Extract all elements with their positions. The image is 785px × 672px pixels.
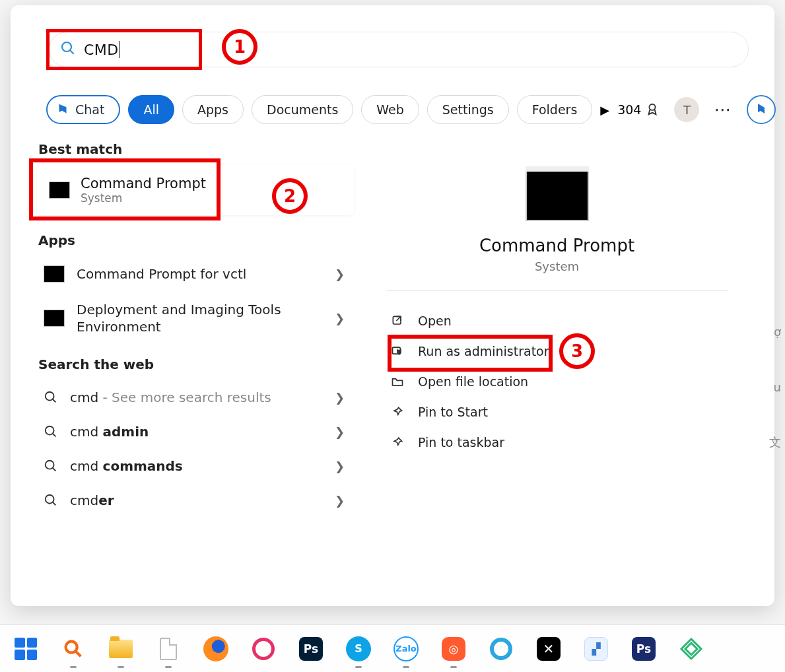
taskbar-firefox[interactable]: [202, 635, 230, 663]
svg-point-7: [46, 461, 54, 469]
filter-apps-chip[interactable]: Apps: [182, 95, 244, 124]
taskbar: Ps S Zalo ◎ ✕ ▞ Ps: [0, 624, 785, 672]
more-filters-arrow-icon[interactable]: ▶: [600, 103, 609, 117]
filter-documents-chip[interactable]: Documents: [252, 95, 353, 124]
taskbar-app-blue[interactable]: [487, 635, 515, 663]
action-open-label: Open: [418, 314, 452, 328]
web-heading: Search the web: [37, 356, 354, 372]
app-result-1[interactable]: Deployment and Imaging Tools Environment…: [37, 292, 354, 345]
best-match-result[interactable]: Command Prompt System 2: [37, 165, 354, 215]
action-open-file-location-label: Open file location: [418, 374, 528, 389]
zalo-icon: Zalo: [393, 636, 419, 661]
filter-settings-label: Settings: [442, 102, 494, 117]
search-icon: [60, 40, 76, 59]
pin-icon: [390, 405, 405, 419]
search-row: CMD 1: [37, 32, 748, 71]
details-panel: Command Prompt System Open Run as admini…: [366, 141, 748, 586]
taskbar-image-viewer[interactable]: ▞: [582, 635, 610, 663]
taskbar-file-explorer[interactable]: [107, 635, 135, 663]
action-pin-to-start-label: Pin to Start: [418, 405, 488, 419]
details-actions: Open Run as administrator Open file loca…: [386, 306, 728, 457]
start-button[interactable]: [12, 635, 40, 663]
taskbar-green-app[interactable]: [677, 635, 705, 663]
filter-web-chip[interactable]: Web: [361, 95, 419, 124]
background-text: 文: [769, 434, 781, 450]
avatar-letter: T: [683, 103, 691, 117]
chevron-right-icon: ❯: [335, 312, 345, 325]
skype-icon: S: [346, 636, 371, 661]
bing-icon: [753, 102, 769, 118]
action-pin-to-taskbar[interactable]: Pin to taskbar: [386, 427, 728, 457]
opera-icon: [252, 638, 275, 660]
more-options-icon[interactable]: ⋯: [714, 100, 732, 119]
annotation-step-3: 3: [559, 333, 595, 369]
svg-line-4: [53, 399, 56, 403]
web-result-3[interactable]: cmder ❯: [37, 483, 354, 518]
search-icon: [44, 493, 58, 508]
folder-icon: [109, 640, 133, 658]
taskbar-search-button[interactable]: [59, 635, 87, 663]
search-input[interactable]: CMD: [49, 32, 749, 67]
best-match-subtitle: System: [81, 191, 206, 205]
pin-icon: [390, 435, 405, 450]
chat-chip[interactable]: Chat: [46, 95, 120, 124]
filter-folders-chip[interactable]: Folders: [517, 95, 593, 124]
filter-all-label: All: [143, 102, 159, 117]
web-result-3-text: cmder: [70, 492, 323, 508]
svg-line-10: [53, 502, 56, 506]
svg-line-14: [76, 652, 81, 656]
details-subtitle: System: [535, 259, 579, 273]
bing-badge[interactable]: [747, 95, 776, 124]
web-result-1-text: cmd admin: [70, 424, 323, 440]
taskbar-photoshop-2[interactable]: Ps: [630, 635, 658, 663]
web-result-1[interactable]: cmd admin ❯: [37, 415, 354, 449]
taskbar-capcut[interactable]: ✕: [535, 635, 563, 663]
header-right-icons: 304 T ⋯: [617, 95, 782, 124]
taskbar-opera[interactable]: [250, 635, 277, 663]
camera-icon: ◎: [442, 637, 465, 661]
filter-all-chip[interactable]: All: [128, 95, 174, 124]
action-run-as-admin[interactable]: Run as administrator: [386, 336, 728, 366]
action-open-file-location[interactable]: Open file location: [386, 366, 728, 397]
firefox-icon: [203, 636, 228, 661]
web-result-0[interactable]: cmd - See more search results ❯: [37, 380, 354, 415]
capcut-icon: ✕: [537, 637, 561, 661]
chat-chip-label: Chat: [75, 102, 104, 117]
diamond-icon: [679, 637, 703, 661]
annotation-step-2: 2: [272, 178, 308, 214]
taskbar-skype[interactable]: S: [345, 635, 372, 663]
image-icon: ▞: [584, 637, 608, 661]
svg-point-3: [46, 392, 54, 401]
photoshop-icon: Ps: [299, 637, 323, 661]
svg-point-2: [650, 104, 656, 110]
circle-icon: [490, 638, 512, 660]
user-avatar[interactable]: T: [674, 97, 699, 122]
action-open[interactable]: Open: [386, 306, 728, 336]
taskbar-zalo[interactable]: Zalo: [392, 635, 420, 663]
app-result-0[interactable]: Command Prompt for vctl ❯: [37, 256, 354, 292]
taskbar-text-document[interactable]: [154, 635, 182, 663]
filter-settings-chip[interactable]: Settings: [427, 95, 509, 124]
chevron-right-icon: ❯: [335, 391, 345, 405]
cmd-large-icon: [526, 170, 589, 221]
filter-folders-label: Folders: [532, 102, 578, 117]
rewards-points[interactable]: 304: [617, 102, 660, 117]
background-text: ợ: [774, 325, 781, 339]
taskbar-photoshop[interactable]: Ps: [297, 635, 325, 663]
cmd-icon: [49, 182, 70, 199]
results-column: Best match Command Prompt System 2 Apps …: [37, 141, 354, 586]
search-icon: [44, 424, 58, 439]
svg-line-6: [53, 434, 56, 437]
svg-point-5: [46, 426, 54, 435]
filter-web-label: Web: [376, 102, 403, 117]
search-icon: [62, 638, 85, 660]
cmd-icon: [44, 310, 65, 327]
action-pin-to-taskbar-label: Pin to taskbar: [418, 435, 504, 450]
body-columns: Best match Command Prompt System 2 Apps …: [37, 141, 748, 586]
annotation-step-1: 1: [222, 29, 257, 65]
best-match-title: Command Prompt: [81, 176, 206, 191]
action-pin-to-start[interactable]: Pin to Start: [386, 397, 728, 427]
step-3-number: 3: [571, 341, 583, 361]
taskbar-camera-app[interactable]: ◎: [440, 635, 467, 663]
web-result-2[interactable]: cmd commands ❯: [37, 449, 354, 483]
